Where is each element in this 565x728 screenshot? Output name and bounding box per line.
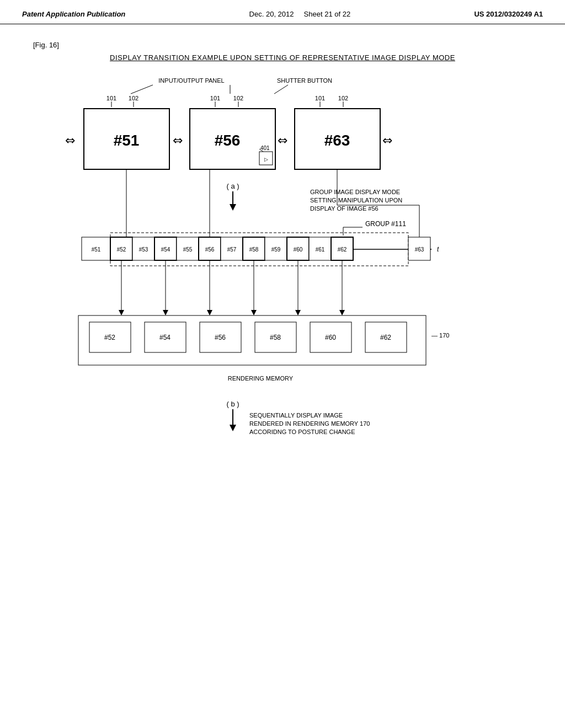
group-label: GROUP #111 <box>365 220 406 228</box>
desc-a-line3: DISPLAY OF IMAGE #56 <box>310 205 379 212</box>
panel2-image-label: #56 <box>215 132 241 149</box>
render-label-56: #56 <box>215 334 226 341</box>
arrow-56-render <box>207 310 212 315</box>
arrow-left-1: ⇔ <box>65 133 75 147</box>
svg-line-2 <box>274 85 288 94</box>
timeline-label-60: #60 <box>294 247 303 253</box>
arrow-52-render <box>119 310 124 315</box>
timeline-label-63: #63 <box>415 247 424 253</box>
timeline-label-55: #55 <box>183 247 193 253</box>
panel1-id101: 101 <box>106 95 116 101</box>
io-panel-label: INPUT/OUTPUT PANEL <box>158 77 224 84</box>
arrow-a-down <box>230 204 236 211</box>
page-header: Patent Application Publication Dec. 20, … <box>0 0 565 24</box>
timeline-label-52: #52 <box>117 247 126 253</box>
render-label-58: #58 <box>270 334 281 341</box>
desc-a-line2: SETTING MANIPULATION UPON <box>310 197 402 204</box>
render-label-52: #52 <box>104 334 115 341</box>
timeline-label-57: #57 <box>227 247 237 253</box>
publication-label: Patent Application Publication <box>22 10 125 18</box>
desc-a-line1: GROUP IMAGE DISPLAY MODE <box>310 189 400 195</box>
render-label-54: #54 <box>159 334 170 341</box>
diagram: INPUT/OUTPUT PANEL SHUTTER BUTTON 101 10… <box>45 73 520 682</box>
arrow-b-down <box>230 425 236 431</box>
header-center: Dec. 20, 2012 Sheet 21 of 22 <box>249 10 351 18</box>
panel1-id102: 102 <box>129 95 138 101</box>
panel3-id101: 101 <box>315 95 325 101</box>
timeline-t-label: t <box>437 245 439 253</box>
shutter-btn-label: SHUTTER BUTTON <box>277 77 332 84</box>
arrow-right-3: ⇔ <box>382 133 392 147</box>
date-label: Dec. 20, 2012 <box>249 10 294 18</box>
diagram-svg: INPUT/OUTPUT PANEL SHUTTER BUTTON 101 10… <box>45 73 520 679</box>
main-content: [Fig. 16] DISPLAY TRANSITION EXAMPLE UPO… <box>0 24 565 698</box>
panel2-id102: 102 <box>233 95 243 101</box>
diagram-title: DISPLAY TRANSITION EXAMPLE UPON SETTING … <box>33 53 532 62</box>
section-a-label: ( a ) <box>226 182 239 190</box>
arrow-54-render <box>163 310 168 315</box>
timeline-label-58: #58 <box>249 247 259 253</box>
timeline-label-53: #53 <box>139 247 148 253</box>
desc-b-line3: ACCORIDNG TO POSTURE CHANGE <box>249 429 355 435</box>
arrow-mid: ⇔ <box>278 133 287 147</box>
render-label-60: #60 <box>325 334 336 341</box>
sheet-label: Sheet 21 of 22 <box>304 10 351 18</box>
render-label-62: #62 <box>380 334 391 341</box>
arrow-62-render <box>339 310 345 315</box>
panel2-id101: 101 <box>210 95 220 101</box>
panel1-image-label: #51 <box>114 132 140 149</box>
timeline-label-61: #61 <box>316 247 325 253</box>
icon-401-label: 401 <box>260 145 270 151</box>
timeline-label-59: #59 <box>271 247 281 253</box>
timeline-label-54: #54 <box>161 247 170 253</box>
desc-b-line2: RENDERED IN RENDERING MEMORY 170 <box>249 420 370 427</box>
timeline-label-62: #62 <box>338 247 347 253</box>
svg-line-0 <box>131 85 153 94</box>
rendering-memory-label: RENDERING MEMORY <box>228 375 294 382</box>
section-b-label: ( b ) <box>226 400 239 408</box>
memory-id-label: — 170 <box>431 332 449 339</box>
arrow-right-1: ⇔ <box>173 133 183 147</box>
arrow-60-render <box>295 310 301 315</box>
desc-b-line1: SEQUENTIALLY DISPLAY IMAGE <box>249 412 343 419</box>
arrow-58-render <box>251 310 257 315</box>
panel3-id102: 102 <box>338 95 348 101</box>
timeline-label-56: #56 <box>205 247 215 253</box>
timeline-label-51: #51 <box>92 247 101 253</box>
patent-number: US 2012/0320249 A1 <box>474 10 543 18</box>
panel2-icon-label: ▷ <box>264 157 268 162</box>
panel3-image-label: #63 <box>324 132 350 149</box>
figure-label: [Fig. 16] <box>33 41 532 49</box>
